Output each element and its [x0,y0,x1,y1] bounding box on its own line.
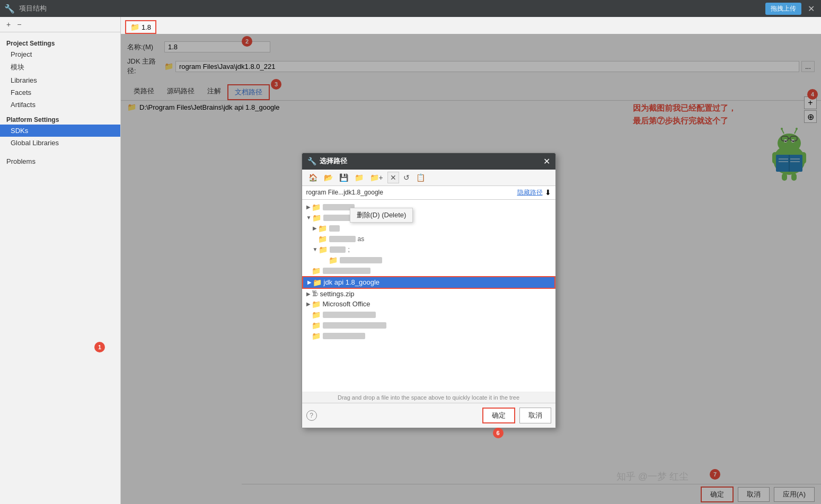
folder-icon: 📁 [318,224,327,233]
hidden-path-link[interactable]: 隐藏路径 [517,188,543,197]
sidebar-item-global-libraries[interactable]: Global Libraries [0,137,120,149]
tree-item[interactable]: ▶ 📁 [302,202,555,213]
project-settings-title: Project Settings [0,37,120,48]
selected-item-wrapper: ▶ 📁 jdk api 1.8_google 5 [302,276,555,289]
window-close-btn[interactable]: ✕ [806,4,817,14]
blurred-label [330,246,346,253]
folder-icon: 📁 [312,267,321,275]
sidebar-item-sdks[interactable]: SDKs [0,125,120,137]
platform-settings-title: Platform Settings [0,111,120,125]
dialog-title-icon: 🔧 [307,157,316,165]
file-tree[interactable]: ▶ 📁 ▼ 📁 ▶ 📁 [302,200,555,392]
badge-1: 1 [94,342,105,352]
tree-arrow: ▶ [306,301,311,307]
dialog-title-bar: 🔧 选择路径 ✕ [302,153,555,170]
folder-icon: 📁 [312,203,321,211]
dialog-help-btn[interactable]: ? [306,410,317,421]
tree-item[interactable]: ▶ 📁 [302,310,555,320]
path-input[interactable] [306,189,515,196]
blurred-label [329,225,340,232]
folder-icon: 📁 [312,214,321,222]
dialog-toolbar: 🏠 📂 💾 📁 📁+ ✕ ↺ 📋 删除(D) (Delete) [302,170,555,186]
dialog-copy-btn[interactable]: 📋 [414,172,427,183]
folder-icon: 📁 [313,278,322,287]
tree-label-jdk: jdk api 1.8_google [324,278,380,286]
dialog-close-btn[interactable]: ✕ [543,156,550,166]
dialog-folder2-btn[interactable]: 📁 [352,172,366,183]
sdk-folder-icon: 📁 [130,23,139,31]
dialog-new-folder-btn[interactable]: 📁+ [368,172,385,183]
sidebar-toolbar: + − [0,17,120,32]
problems-label: Problems [6,157,114,165]
badge-6: 6 [493,428,504,438]
blurred-label [323,312,376,318]
tree-arrow: ▶ [307,279,312,285]
tree-item[interactable]: ▶ 📁 [302,255,555,266]
folder-icon: 📁 [312,321,321,330]
drag-hint: Drag and drop a file into the space abov… [302,392,555,403]
cloud-upload-btn[interactable]: 拖拽上传 [765,3,801,15]
blurred-label [323,333,365,339]
delete-tooltip: 删除(D) (Delete) [350,208,413,223]
dialog-title: 选择路径 [320,156,347,166]
sidebar: + − Project Settings Project 模块 Librarie… [0,17,121,504]
tree-item[interactable]: ▶ 📁 [302,320,555,331]
sidebar-item-project[interactable]: Project [0,48,120,60]
tree-label-msoffice: Microsoft Office [323,300,370,308]
folder-icon: 📁 [312,300,321,308]
tree-item[interactable]: ▶ 📁 [302,331,555,341]
blurred-label [323,268,370,274]
tree-arrow: ▶ [306,204,311,210]
dialog-home-btn[interactable]: 🏠 [306,172,320,183]
app-icon: 🔧 [4,4,15,14]
tree-item[interactable]: ▶ 📁 as [302,234,555,244]
remove-btn[interactable]: − [15,19,23,30]
dialog-floppy-btn[interactable]: 💾 [337,172,350,183]
tree-arrow: ▶ [306,291,311,297]
tree-item-settings[interactable]: ▶ 🗜 settings.zip [302,289,555,299]
title-bar: 🔧 项目结构 拖拽上传 ✕ [0,0,821,17]
dialog-ok-btn[interactable]: 确定 [482,408,515,423]
folder-icon: 📁 [319,245,328,254]
blurred-label [329,236,356,242]
content-area: 📁 1.8 2 名称:(M) JDK 主路径: 📁 ... 类路径 源码路径 [121,17,821,504]
title-bar-left: 🔧 项目结构 [4,4,47,14]
file-icon: 🗜 [312,290,318,297]
tree-item-msoffice[interactable]: ▶ 📁 Microsoft Office [302,299,555,310]
tree-label: ; [348,246,349,253]
dialog-bottom: ? 6 确定 取消 [302,403,555,428]
sidebar-nav: Project Settings Project 模块 Libraries Fa… [0,32,120,504]
sdk-item[interactable]: 📁 1.8 [125,20,156,34]
sidebar-item-libraries[interactable]: Libraries [0,74,120,86]
title-bar-title: 项目结构 [19,4,47,13]
sidebar-item-artifacts[interactable]: Artifacts [0,99,120,111]
tree-item[interactable]: ▶ 📁 [302,266,555,276]
tree-label: as [358,235,365,243]
dialog-delete-btn[interactable]: ✕ [387,172,399,183]
sdk-item-label: 1.8 [142,23,151,31]
folder-icon: 📁 [312,332,321,340]
blurred-label [323,322,386,329]
dialog-cancel-btn[interactable]: 取消 [519,408,551,423]
tree-item[interactable]: ▼ 📁 ; [302,244,555,255]
tree-arrow: ▼ [313,246,318,252]
tree-arrow: ▼ [306,215,312,220]
path-download-btn[interactable]: ⬇ [545,188,551,197]
add-btn[interactable]: + [4,19,13,30]
folder-icon: 📁 [318,235,327,243]
tree-item[interactable]: ▶ 📁 [302,223,555,234]
path-bar: 隐藏路径 ⬇ [302,186,555,200]
problems-section: Problems [0,157,120,165]
dialog-action-btns: 6 确定 取消 [482,408,551,423]
dialog-folder-btn[interactable]: 📂 [322,172,335,183]
sidebar-item-modules[interactable]: 模块 [0,60,120,74]
tree-item-jdk-api[interactable]: ▶ 📁 jdk api 1.8_google [302,276,555,289]
tree-label-settings: settings.zip [320,290,355,298]
tree-item[interactable]: ▼ 📁 [302,213,555,223]
tree-arrow: ▶ [313,225,317,231]
sidebar-item-facets[interactable]: Facets [0,86,120,99]
dialog-refresh-btn[interactable]: ↺ [401,172,412,183]
select-path-dialog: 🔧 选择路径 ✕ 🏠 📂 💾 📁 📁+ ✕ ↺ 📋 删除(D [302,153,556,428]
blurred-label [340,257,382,263]
dialog-overlay: 🔧 选择路径 ✕ 🏠 📂 💾 📁 📁+ ✕ ↺ 📋 删除(D [121,34,821,504]
